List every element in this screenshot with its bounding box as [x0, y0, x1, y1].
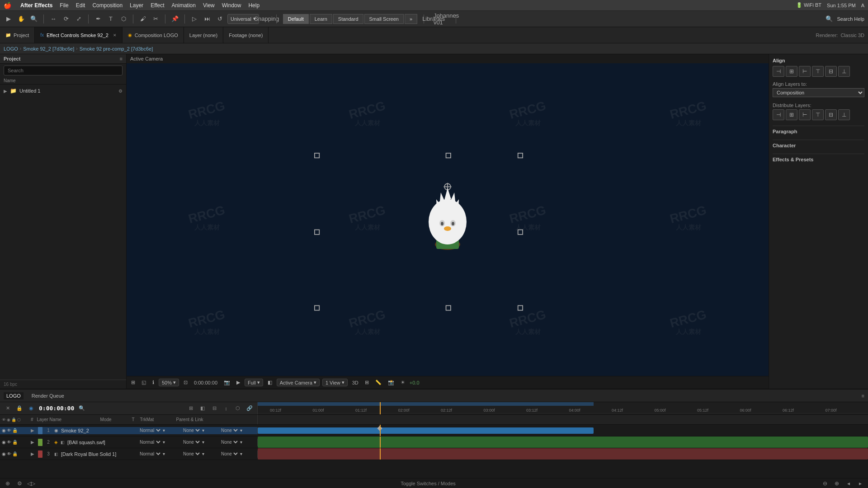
vp-display-btn[interactable]: ◱ [140, 379, 148, 386]
layer-1-right[interactable] [258, 425, 868, 436]
zoom-dropdown[interactable]: 50% ▾ [159, 379, 179, 386]
dist-top-btn[interactable]: ⊤ [812, 109, 824, 120]
timeline-tab-render[interactable]: Render Queue [29, 392, 67, 399]
align-right-btn[interactable]: ⊢ [799, 66, 811, 77]
layer-2-right[interactable] [258, 436, 868, 448]
paragraph-section[interactable]: Paragraph [773, 126, 864, 134]
tl-ctrl6[interactable]: 🔗 [245, 404, 254, 413]
layer-1-trkmat-select[interactable]: None [181, 427, 201, 433]
layer-2[interactable]: ◉ 👁 🔒 ▶ 2 ◈ ◧ [BAll squash.swf] Normal ▾ [0, 436, 868, 448]
tl-menu-icon[interactable]: ≡ [862, 393, 864, 399]
timeline-tab-logo[interactable]: LOGO [4, 392, 24, 399]
layer-3-parent-select[interactable]: None [219, 451, 239, 457]
pin-tool[interactable]: 📌 [170, 14, 180, 24]
viewport[interactable]: RRCG人人素材 RRCG人人素材 RRCG人人素材 RRCG人人素材 RRCG… [127, 63, 769, 376]
shape-tool[interactable]: ⬡ [118, 14, 128, 24]
tl-ruler[interactable]: 00:12f 01:00f 01:12f 02:00f 02:12f 03:00… [258, 402, 868, 414]
tl-scroll-left[interactable]: ◂ [844, 479, 853, 488]
layer-1-lock-icon[interactable]: 🔒 [12, 428, 18, 433]
layer-3-right[interactable] [258, 448, 868, 460]
user-btn[interactable]: Johannes v01 [441, 14, 451, 24]
layer-1-parent-select[interactable]: None [219, 427, 239, 433]
workspace-learn[interactable]: Learn [310, 14, 332, 24]
search-icon[interactable]: 🔍 [824, 14, 834, 24]
tl-add-marker[interactable]: ⊕ [4, 479, 12, 488]
search-input[interactable] [4, 66, 123, 75]
menu-help[interactable]: Help [248, 2, 259, 9]
layer-1[interactable]: ◉ 👁 🔒 ▶ 1 ◉ Smoke 92_2 Normal ▾ [0, 425, 868, 436]
clone-tool[interactable]: ✂ [151, 14, 160, 24]
tl-ctrl4[interactable]: ↕ [222, 404, 230, 413]
quality-dropdown[interactable]: Full ▾ [245, 379, 263, 386]
menu-edit[interactable]: Edit [76, 2, 85, 9]
vp-3d-btn[interactable]: 3D [350, 380, 360, 386]
layer-3-trkmat-select[interactable]: None [181, 451, 201, 457]
workspace-more[interactable]: » [405, 14, 417, 24]
layer-3[interactable]: ◉ 👁 🔒 ▶ 3 ◧ [Dark Royal Blue Solid 1] No… [0, 448, 868, 460]
layer-3-vis-icon[interactable]: 👁 [7, 451, 11, 456]
menu-layer[interactable]: Layer [130, 2, 143, 9]
tl-hide-btn[interactable]: ✕ [4, 404, 12, 413]
tl-search-icon[interactable]: 🔍 [78, 404, 86, 413]
tab-footage[interactable]: Footage (none) [223, 27, 269, 43]
project-item-untitled1[interactable]: ▶ 📁 Untitled 1 ⚙ [0, 86, 126, 95]
menu-view[interactable]: View [203, 2, 215, 9]
tl-ctrl2[interactable]: ◧ [198, 404, 207, 413]
workspace-default[interactable]: Default [283, 14, 309, 24]
layer-2-solo-icon[interactable]: ◉ [2, 440, 6, 445]
workspace-smallscreen[interactable]: Small Screen [364, 14, 404, 24]
align-bottom-btn[interactable]: ⊥ [838, 66, 850, 77]
layer-1-solo-icon[interactable]: ◉ [2, 428, 6, 433]
dist-right-btn[interactable]: ⊢ [799, 109, 811, 120]
menu-composition[interactable]: Composition [92, 2, 123, 9]
tl-ctrl1[interactable]: ⊞ [187, 404, 195, 413]
loop-btn[interactable]: ↺ [215, 14, 225, 24]
tl-preview-range[interactable]: ◁▷ [27, 479, 35, 488]
vp-snapshot-btn[interactable]: 📸 [386, 379, 396, 386]
layer-2-expand[interactable]: ▶ [31, 440, 34, 445]
view-dropdown[interactable]: 1 View ▾ [322, 379, 348, 386]
tl-scroll-right[interactable]: ▸ [856, 479, 864, 488]
menu-window[interactable]: Window [222, 2, 241, 9]
vp-info-btn[interactable]: ℹ [151, 379, 156, 386]
tab-composition[interactable]: ◉ Composition LOGO [123, 27, 184, 43]
workspace-standard[interactable]: Standard [333, 14, 363, 24]
layer-2-parent-select[interactable]: None [219, 439, 239, 445]
menu-effect[interactable]: Effect [151, 2, 164, 9]
character-section[interactable]: Character [773, 140, 864, 148]
vp-fit-btn[interactable]: ⊡ [182, 379, 189, 386]
vp-viewer-icon[interactable]: ◧ [266, 379, 274, 386]
vp-exposure-btn[interactable]: ☀ [399, 379, 407, 386]
align-center-h-btn[interactable]: ⊞ [786, 66, 797, 77]
layer-1-expand[interactable]: ▶ [31, 428, 34, 433]
tl-zoom-out[interactable]: ⊖ [821, 479, 829, 488]
vp-grid-btn[interactable]: ⊞ [363, 379, 371, 386]
apple-menu[interactable]: 🍎 [4, 2, 11, 9]
layer-3-lock-icon[interactable]: 🔒 [12, 451, 18, 456]
layer-2-lock-icon[interactable]: 🔒 [12, 440, 18, 445]
layer-2-trkmat-select[interactable]: None [181, 439, 201, 445]
selection-tool[interactable]: ▶ [4, 14, 14, 24]
vp-screenshot-btn[interactable]: 📷 [222, 379, 232, 386]
dist-bottom-btn[interactable]: ⊥ [838, 109, 850, 120]
tab-layer[interactable]: Layer (none) [184, 27, 223, 43]
menu-animation[interactable]: Animation [172, 2, 196, 9]
layer-3-expand[interactable]: ▶ [31, 451, 34, 456]
tl-ctrl5[interactable]: ⬡ [234, 404, 242, 413]
tab-ec-close[interactable]: ✕ [113, 33, 117, 38]
layer-3-mode-select[interactable]: Normal [138, 451, 162, 457]
tab-effect-controls[interactable]: fx Effect Controls Smoke 92_2 ✕ [35, 27, 123, 43]
pen-tool[interactable]: ✒ [93, 14, 103, 24]
layer-2-vis-icon[interactable]: 👁 [7, 440, 11, 445]
rotate-tool[interactable]: ⟳ [61, 14, 71, 24]
tl-ctrl3[interactable]: ⊟ [210, 404, 218, 413]
effects-presets-section[interactable]: Effects & Presets [773, 154, 864, 162]
tl-comp-settings[interactable]: ⚙ [15, 479, 24, 488]
layer-3-solo-icon[interactable]: ◉ [2, 451, 6, 456]
align-center-v-btn[interactable]: ⊟ [825, 66, 837, 77]
camera-dropdown[interactable]: Active Camera ▾ [277, 379, 320, 386]
dist-center-h-btn[interactable]: ⊞ [786, 109, 797, 120]
bread-precomp[interactable]: Smoke 92 pre-comp_2 [7d3bc6e] [80, 46, 153, 52]
layer-1-mode-select[interactable]: Normal [138, 427, 162, 433]
bread-smoke92[interactable]: Smoke 92_2 [7d3bc6e] [23, 46, 74, 52]
